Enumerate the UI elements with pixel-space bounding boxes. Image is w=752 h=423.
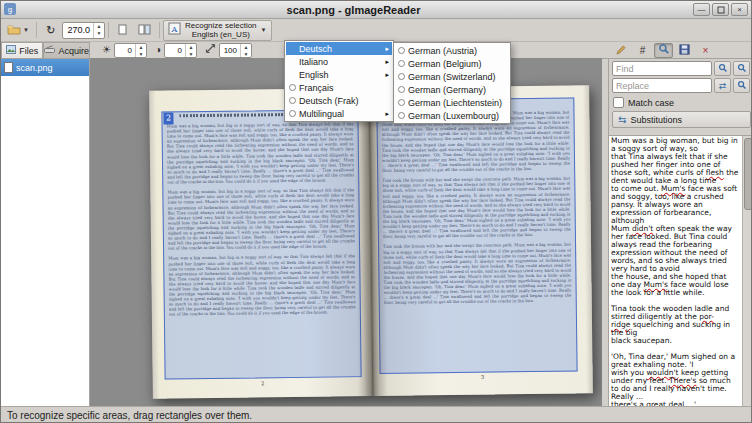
language-menu-item-deutsch[interactable]: Deutsch▸ <box>286 42 392 55</box>
window-title: scan.png - gImageReader <box>16 4 691 16</box>
scanner-icon <box>44 45 55 56</box>
titlebar[interactable]: g scan.png - gImageReader — × <box>1 1 751 19</box>
recognize-icon: A <box>168 22 181 38</box>
left-section-number: 2 <box>163 112 173 124</box>
language-menu-item-multilingual[interactable]: Multilingual▸ <box>286 107 392 120</box>
replace-row: ⇄ <box>609 76 752 93</box>
language-menu-item-deutsch-frak-[interactable]: Deutsch (Frak) <box>286 94 392 107</box>
ocr-selection-right[interactable] <box>376 98 577 374</box>
language-submenu: German (Austria)German (Belgium)German (… <box>393 42 511 124</box>
language-submenu-item-german-germany-[interactable]: German (Germany) <box>395 83 509 96</box>
toolbar-separator <box>159 22 160 38</box>
find-replace-toggle-button[interactable] <box>654 43 673 58</box>
language-submenu-item-german-austria-[interactable]: German (Austria) <box>395 44 509 57</box>
substitutions-label: Substitutions <box>630 115 682 125</box>
maximize-button[interactable] <box>712 3 729 16</box>
substitutions-button[interactable]: ⇆ Substitutions <box>612 111 751 128</box>
right-page-number: 3 <box>373 372 593 381</box>
status-bar: To recognize specific areas, drag rectan… <box>1 406 751 423</box>
resolution-spin-arrows[interactable]: ▲▼ <box>240 44 251 57</box>
spin-up-icon[interactable]: ▲ <box>94 23 104 31</box>
language-menu-item-fran-ais[interactable]: Français <box>286 81 392 94</box>
resolution-control: 100 ▲▼ <box>205 43 252 58</box>
contrast-icon: ◑ <box>155 43 161 57</box>
file-list[interactable]: scan.png <box>1 58 90 406</box>
substitutions-icon: ⇆ <box>618 114 626 125</box>
brightness-control: ☀ 0 ▲▼ <box>102 43 147 58</box>
strip-linebreaks-button[interactable]: # <box>633 43 652 58</box>
left-panel-tabs: Files Acquire <box>1 42 90 58</box>
ocr-selection-left[interactable] <box>161 109 361 379</box>
find-next-button[interactable] <box>733 61 750 76</box>
language-submenu-item-german-luxembourg-[interactable]: German (Luxembourg) <box>395 109 509 122</box>
save-output-button[interactable] <box>675 43 694 58</box>
contrast-spin-arrows[interactable]: ▲▼ <box>185 44 196 57</box>
find-prev-button[interactable] <box>714 61 731 76</box>
files-tab-label: Files <box>19 46 38 56</box>
spin-down-icon[interactable]: ▼ <box>186 51 196 58</box>
acquire-tab-label: Acquire <box>58 46 89 56</box>
find-input[interactable] <box>612 61 712 76</box>
spin-up-icon[interactable]: ▲ <box>136 44 146 51</box>
double-page-layout-button[interactable] <box>134 20 156 40</box>
single-page-layout-button[interactable] <box>112 20 134 40</box>
search-icon <box>658 43 670 57</box>
clear-output-button[interactable]: × <box>696 43 715 58</box>
scan-right-page: Tina took the broom with her and she swe… <box>369 85 593 396</box>
tab-acquire[interactable]: Acquire <box>43 42 90 58</box>
match-case-label: Match case <box>628 98 674 108</box>
close-button[interactable]: × <box>731 3 748 16</box>
spin-up-icon[interactable]: ▲ <box>186 44 196 51</box>
rotate-icon: ↻ <box>46 24 55 37</box>
rotation-spin-arrows[interactable]: ▲▼ <box>93 23 104 38</box>
rotation-spinbox[interactable]: 270.0 ▲▼ <box>62 22 105 39</box>
match-case-checkbox[interactable] <box>613 97 624 108</box>
language-menu-item-italiano[interactable]: Italiano▸ <box>286 55 392 68</box>
search-icon <box>737 78 747 93</box>
rotation-value: 270.0 <box>63 23 93 38</box>
replace-input[interactable] <box>612 78 712 93</box>
spin-down-icon[interactable]: ▼ <box>241 51 251 58</box>
replace-all-button[interactable] <box>733 78 750 93</box>
resolution-spinbox[interactable]: 100 ▲▼ <box>219 43 252 58</box>
left-page-number: 2 <box>153 379 373 388</box>
tab-files[interactable]: Files <box>1 42 43 58</box>
output-toolbar: # × <box>608 42 752 58</box>
ocr-output-area[interactable]: Mum was a big woman, but big in a soggy … <box>609 135 752 407</box>
language-menu-item-english[interactable]: English▸ <box>286 68 392 81</box>
save-icon <box>679 44 690 57</box>
pencil-icon <box>616 44 627 57</box>
brightness-spinbox[interactable]: 0 ▲▼ <box>114 43 147 58</box>
svg-text:A: A <box>171 25 178 34</box>
language-submenu-item-german-switzerland-[interactable]: German (Switzerland) <box>395 70 509 83</box>
output-panel: ⇄ Match case ⇆ Substitutions Mum was a b… <box>608 58 752 406</box>
scrollbar-thumb[interactable] <box>744 138 752 210</box>
language-submenu-item-german-liechtenstein-[interactable]: German (Liechtenstein) <box>395 96 509 109</box>
open-button[interactable]: ▼ <box>3 20 33 40</box>
brightness-spin-arrows[interactable]: ▲▼ <box>135 44 146 57</box>
recognize-button[interactable]: A Recognize selection English (en_US) ▼ <box>163 20 272 41</box>
contrast-spinbox[interactable]: 0 ▲▼ <box>164 43 197 58</box>
file-list-item[interactable]: scan.png <box>1 59 89 76</box>
recognize-dropdown-arrow-icon[interactable]: ▼ <box>261 27 267 33</box>
insert-mode-button[interactable] <box>612 43 631 58</box>
status-message: To recognize specific areas, drag rectan… <box>7 410 252 421</box>
recognize-label-line2: English (en_US) <box>192 30 250 39</box>
single-page-icon <box>118 24 127 37</box>
minimize-button[interactable]: — <box>693 3 710 16</box>
replace-button[interactable]: ⇄ <box>714 78 731 93</box>
ocr-text[interactable]: Mum was a big woman, but big in a soggy … <box>611 137 740 407</box>
recognize-label-line1: Recognize selection <box>185 21 257 30</box>
search-icon <box>737 61 747 76</box>
spin-down-icon[interactable]: ▼ <box>94 30 104 38</box>
language-submenu-item-german-belgium-[interactable]: German (Belgium) <box>395 57 509 70</box>
file-name: scan.png <box>16 63 53 73</box>
app-window: g scan.png - gImageReader — × ▼ ↻ 270.0 … <box>0 0 752 423</box>
rotate-button[interactable]: ↻ <box>40 20 62 40</box>
spin-up-icon[interactable]: ▲ <box>241 44 251 51</box>
output-scrollbar[interactable] <box>742 136 752 408</box>
clear-icon: × <box>703 45 709 56</box>
contrast-control: ◑ 0 ▲▼ <box>155 43 197 58</box>
toolbar-separator <box>108 22 109 38</box>
spin-down-icon[interactable]: ▼ <box>136 51 146 58</box>
